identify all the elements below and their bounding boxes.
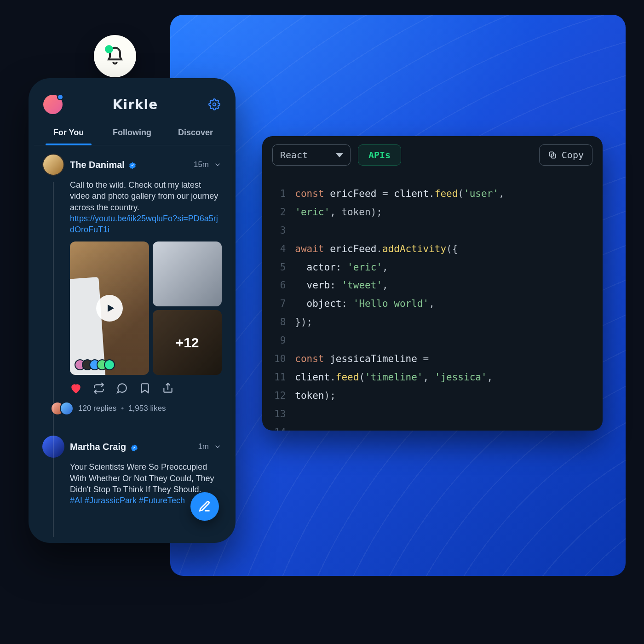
apis-button[interactable]: APIs — [358, 144, 401, 166]
post-menu-chevron-icon[interactable] — [213, 161, 222, 169]
gallery-tile-more[interactable]: +12 — [153, 310, 222, 375]
tab-discover[interactable]: Discover — [164, 121, 227, 145]
copy-button[interactable]: Copy — [539, 144, 592, 166]
feed-tabs: For You Following Discover — [34, 121, 230, 145]
notification-badge-icon — [105, 45, 113, 53]
code-body[interactable]: 1234567891011121314 const ericFeed = cli… — [262, 174, 603, 431]
brand-title: Kirkle — [113, 97, 158, 112]
phone-frame: Kirkle For You Following Discover The Da… — [29, 78, 236, 543]
post-username[interactable]: Martha Craig — [70, 442, 126, 452]
compose-button[interactable] — [190, 492, 219, 521]
comment-button-icon[interactable] — [116, 382, 128, 394]
svg-point-0 — [213, 103, 216, 106]
repost-button-icon[interactable] — [93, 382, 105, 394]
app-header: Kirkle — [34, 84, 230, 117]
bookmark-button-icon[interactable] — [139, 382, 151, 394]
post-gallery[interactable]: +12 — [70, 242, 222, 375]
dropdown-caret-icon — [336, 152, 343, 158]
like-count: 1,953 likes — [128, 404, 166, 413]
verified-badge-icon — [130, 444, 138, 452]
tab-for-you[interactable]: For You — [37, 121, 100, 145]
copy-icon — [548, 150, 557, 160]
framework-dropdown[interactable]: React — [272, 144, 351, 166]
tab-following[interactable]: Following — [100, 121, 164, 145]
play-icon — [105, 303, 116, 314]
gallery-tile[interactable] — [153, 242, 222, 306]
reply-count: 120 replies — [78, 404, 116, 413]
feed-post: The Danimal 15m Call to the wild. Check … — [34, 145, 230, 415]
play-button[interactable] — [96, 295, 123, 322]
post-actions — [70, 382, 222, 394]
notification-bubble[interactable] — [94, 35, 136, 77]
like-button-icon[interactable] — [70, 382, 82, 394]
reply-summary[interactable]: 120 replies • 1,953 likes — [51, 402, 222, 415]
post-hashtags[interactable]: #AI #JurassicPark #FutureTech — [70, 496, 185, 505]
gallery-tile-video[interactable] — [70, 242, 149, 375]
post-body: Call to the wild. Check out my latest vi… — [70, 179, 222, 235]
verified-badge-icon — [128, 161, 137, 170]
code-panel: React APIs Copy 1234567891011121314 cons… — [262, 136, 603, 431]
gear-icon — [208, 98, 220, 110]
post-avatar[interactable] — [42, 154, 64, 176]
post-username[interactable]: The Danimal — [70, 160, 125, 170]
gallery-more-count: +12 — [153, 310, 222, 375]
post-timestamp: 1m — [198, 442, 209, 451]
compose-icon — [198, 500, 211, 513]
post-timestamp: 15m — [194, 160, 209, 169]
profile-avatar[interactable] — [43, 95, 63, 114]
feed-scroll[interactable]: The Danimal 15m Call to the wild. Check … — [34, 145, 230, 537]
settings-button[interactable] — [208, 98, 221, 111]
reactor-avatars[interactable] — [75, 359, 115, 370]
post-menu-chevron-icon[interactable] — [213, 443, 222, 451]
share-button-icon[interactable] — [162, 382, 174, 394]
code-toolbar: React APIs Copy — [262, 136, 603, 174]
post-link[interactable]: https://youtu.be/iik25wqluFo?si=PD6a5rjd… — [70, 214, 218, 234]
code-lines: const ericFeed = client.feed('user','eri… — [295, 185, 504, 431]
code-gutter: 1234567891011121314 — [262, 185, 295, 431]
thread-line — [53, 182, 54, 537]
